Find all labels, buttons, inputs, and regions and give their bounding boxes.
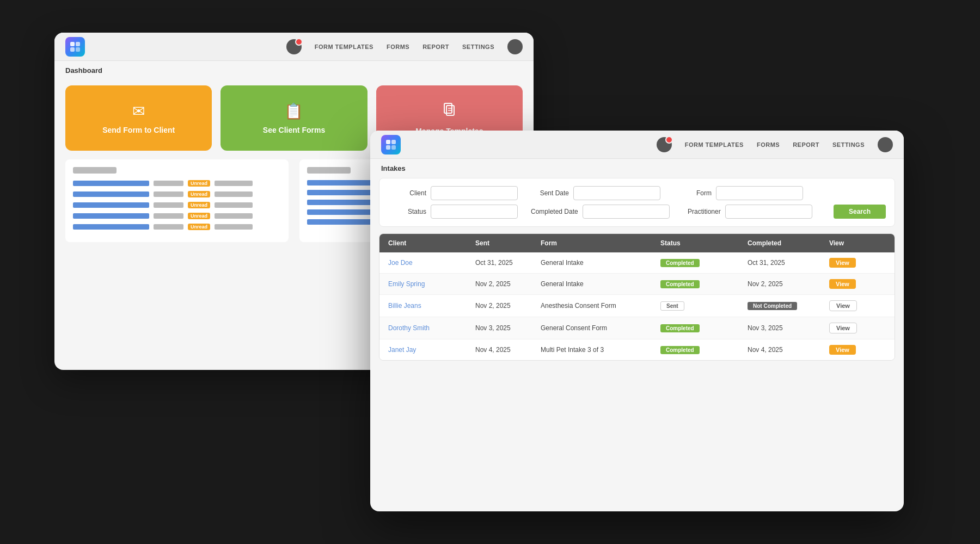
search-button[interactable]: Search [834, 205, 886, 219]
dashboard-title: Dashboard [54, 61, 534, 80]
completed-date: Nov 3, 2025 [748, 324, 829, 332]
th-sent: Sent [475, 239, 541, 247]
see-client-forms-card[interactable]: 📋 See Client Forms [220, 85, 367, 151]
bar-gray-2 [215, 181, 253, 186]
view-button[interactable]: View [829, 279, 856, 289]
dash-row-2: Unread [73, 191, 281, 197]
client-name[interactable]: Billie Jeans [388, 302, 475, 310]
th-view: View [829, 239, 873, 247]
badge-unread-5: Unread [188, 224, 210, 230]
practitioner-filter-input[interactable] [725, 205, 812, 219]
intakes-nav-forms[interactable]: FORMS [757, 141, 780, 148]
completed-date: Oct 31, 2025 [748, 259, 829, 267]
bar-blue-1 [73, 181, 149, 186]
intakes-logo-icon [381, 135, 401, 154]
table-row: Janet JayNov 4, 2025Multi Pet Intake 3 o… [379, 339, 895, 360]
nav-report[interactable]: REPORT [422, 44, 449, 50]
view-cell: View [829, 345, 873, 355]
user-avatar[interactable] [507, 39, 523, 54]
view-button[interactable]: View [829, 258, 856, 268]
dash-row-1: Unread [73, 180, 281, 187]
dashboard-header: FORM TEMPLATES FORMS REPORT SETTINGS [54, 33, 534, 61]
intakes-title: Intakes [370, 159, 904, 178]
th-status: Status [660, 239, 748, 247]
see-client-forms-label: See Client Forms [263, 126, 325, 134]
intakes-nav-form-templates[interactable]: FORM TEMPLATES [685, 141, 744, 148]
client-filter-label: Client [388, 189, 426, 197]
client-name[interactable]: Janet Jay [388, 346, 475, 354]
intakes-window: FORM TEMPLATES FORMS REPORT SETTINGS Int… [370, 131, 904, 511]
intakes-nav-settings[interactable]: SETTINGS [832, 141, 865, 148]
nav-settings[interactable]: SETTINGS [462, 44, 494, 50]
intakes-nav-report[interactable]: REPORT [793, 141, 819, 148]
bar-gray-10 [215, 224, 253, 230]
form-name: Multi Pet Intake 3 of 3 [541, 346, 660, 354]
svg-rect-11 [391, 145, 396, 150]
dash-row-5: Unread [73, 224, 281, 230]
right-panel-title [307, 167, 351, 174]
form-name: Anesthesia Consent Form [541, 302, 660, 310]
svg-rect-0 [70, 42, 75, 46]
form-name: General Intake [541, 259, 660, 267]
view-button[interactable]: View [829, 300, 857, 311]
badge-unread-3: Unread [188, 202, 210, 208]
nav-forms[interactable]: FORMS [387, 44, 409, 50]
send-form-card[interactable]: ✉ Send Form to Client [65, 85, 212, 151]
table-row: Emily SpringNov 2, 2025General IntakeCom… [379, 274, 895, 295]
status-cell: Completed [660, 324, 748, 332]
nav-items: FORM TEMPLATES FORMS REPORT SETTINGS [286, 39, 523, 54]
svg-rect-3 [76, 47, 80, 52]
view-cell: View [829, 258, 873, 268]
bar-gray-8 [215, 213, 253, 219]
nav-form-templates[interactable]: FORM TEMPLATES [315, 44, 373, 50]
sent-date: Nov 4, 2025 [475, 346, 541, 354]
completed-date-filter-input[interactable] [583, 205, 670, 219]
status-badge: Completed [660, 346, 700, 354]
status-badge: Completed [660, 324, 700, 332]
sent-date-filter-label: Sent Date [531, 189, 569, 197]
sent-date-filter-input[interactable] [573, 186, 660, 200]
th-form: Form [541, 239, 660, 247]
filter-form: Client Sent Date Form Status [379, 178, 895, 227]
notification-icon[interactable] [286, 39, 302, 54]
th-client: Client [388, 239, 475, 247]
clipboard-icon: 📋 [284, 102, 303, 120]
client-name[interactable]: Emily Spring [388, 280, 475, 288]
badge-unread-4: Unread [188, 213, 210, 219]
bar-gray-7 [154, 213, 183, 219]
sent-date: Nov 3, 2025 [475, 324, 541, 332]
sent-date: Oct 31, 2025 [475, 259, 541, 267]
status-filter-input[interactable] [431, 205, 518, 219]
svg-rect-9 [391, 140, 396, 144]
left-panel-title [73, 167, 117, 174]
view-button[interactable]: View [829, 345, 856, 355]
status-filter-label: Status [388, 208, 426, 215]
completed-date-filter-label: Completed Date [531, 208, 578, 215]
logo-icon [65, 37, 85, 57]
view-cell: View [829, 323, 873, 333]
form-filter-label: Form [673, 189, 712, 197]
client-name[interactable]: Joe Doe [388, 259, 475, 267]
table-row: Billie JeansNov 2, 2025Anesthesia Consen… [379, 295, 895, 317]
view-button[interactable]: View [829, 323, 857, 333]
completed-date: Nov 2, 2025 [748, 280, 829, 288]
status-cell: Sent [660, 301, 748, 311]
client-filter-input[interactable] [431, 186, 518, 200]
documents-icon [441, 101, 457, 121]
bar-gray-4 [215, 191, 253, 197]
dash-row-3: Unread [73, 202, 281, 208]
client-name[interactable]: Dorothy Smith [388, 324, 475, 332]
intakes-header: FORM TEMPLATES FORMS REPORT SETTINGS [370, 131, 904, 159]
svg-rect-10 [386, 145, 390, 150]
form-filter-input[interactable] [716, 186, 803, 200]
intakes-user-avatar[interactable] [878, 137, 893, 152]
completed-date: Not Completed [748, 302, 829, 310]
th-completed: Completed [748, 239, 829, 247]
table-row: Joe DoeOct 31, 2025General IntakeComplet… [379, 252, 895, 274]
form-name: General Consent Form [541, 324, 660, 332]
intakes-nav-items: FORM TEMPLATES FORMS REPORT SETTINGS [657, 137, 893, 152]
intakes-notification-icon[interactable] [657, 137, 672, 152]
badge-unread-1: Unread [188, 180, 210, 187]
dash-row-4: Unread [73, 213, 281, 219]
svg-rect-1 [76, 42, 80, 46]
